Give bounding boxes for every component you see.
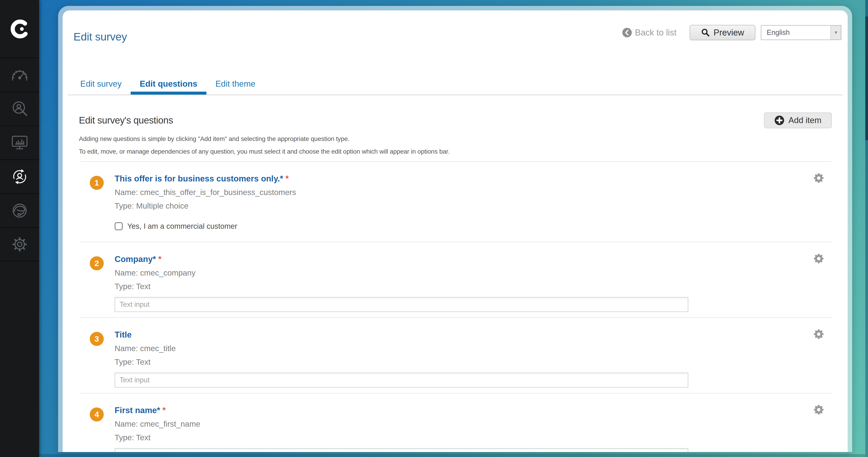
edit-survey-card: Edit survey Back to list	[63, 10, 848, 452]
required-asterisk: *	[158, 255, 161, 264]
question-title-text: This offer is for business customers onl…	[115, 174, 283, 183]
section-title: Edit survey's questions	[79, 115, 173, 126]
question-title: First name**	[115, 405, 832, 416]
magnifier-icon	[701, 28, 710, 37]
back-to-list-link[interactable]: Back to list	[622, 28, 677, 37]
question-number-badge: 3	[90, 332, 104, 346]
tab-edit-survey[interactable]: Edit survey	[71, 79, 131, 94]
required-asterisk: *	[162, 406, 166, 415]
section-head: Edit survey's questions Add item	[79, 112, 832, 128]
header-actions: Back to list Preview English ▼	[622, 25, 841, 40]
question-settings-gear-icon[interactable]	[813, 404, 824, 415]
question-number-badge: 2	[90, 256, 104, 270]
sidebar-item-respondents[interactable]	[0, 92, 39, 125]
monitor-chart-icon	[9, 132, 30, 153]
sidebar-item-surveys[interactable]	[0, 160, 39, 194]
question-type-line: Type: Text	[115, 357, 832, 367]
card-frame: Edit survey Back to list	[58, 6, 852, 452]
question-title: Title	[115, 330, 832, 340]
sidebar-item-reports[interactable]	[0, 125, 39, 160]
language-select-value: English	[761, 26, 831, 39]
sidebar-item-settings[interactable]	[0, 227, 39, 261]
headset-support-icon	[9, 200, 30, 221]
preview-label: Preview	[714, 28, 744, 37]
back-to-list-label: Back to list	[635, 28, 677, 37]
question-name-line: Name: cmec_company	[115, 268, 832, 278]
tab-edit-questions[interactable]: Edit questions	[131, 79, 206, 94]
sidebar	[0, 0, 39, 457]
question-number-badge: 1	[90, 176, 104, 190]
add-item-label: Add item	[788, 116, 822, 125]
description-line-1: Adding new questions is simple by clicki…	[79, 134, 832, 144]
scrollbar-thumb[interactable]	[865, 17, 868, 140]
question-row-1[interactable]: 1 This offer is for business customers o…	[79, 162, 832, 242]
user-sync-icon	[9, 166, 30, 187]
page-scrollbar[interactable]	[865, 0, 868, 457]
question-type-line: Type: Multiple choice	[115, 201, 832, 211]
question-number-badge: 4	[90, 407, 104, 422]
back-circle-icon	[622, 28, 632, 37]
question-settings-gear-icon[interactable]	[813, 253, 824, 264]
choice-label: Yes, I am a commercial customer	[127, 222, 237, 231]
choice-row: Yes, I am a commercial customer	[115, 222, 832, 231]
question-row-4[interactable]: 4 First name** Name: cmec_first_name Typ…	[79, 394, 832, 452]
language-select[interactable]: English ▼	[761, 25, 841, 40]
question-title-text: Company*	[115, 255, 156, 264]
add-item-button[interactable]: Add item	[764, 112, 832, 128]
gauge-dashboard-icon	[9, 64, 30, 85]
tab-bar: Edit survey Edit questions Edit theme	[68, 79, 843, 95]
main-area: Edit survey Back to list	[39, 0, 868, 457]
card-header: Edit survey Back to list	[63, 10, 848, 43]
plus-circle-icon	[774, 115, 784, 125]
description-line-2: To edit, move, or manage dependencies of…	[79, 146, 832, 157]
bottom-edge-shade	[39, 454, 865, 457]
text-input[interactable]	[115, 448, 688, 452]
question-type-line: Type: Text	[115, 433, 832, 442]
question-title: Company**	[115, 254, 832, 264]
question-name-line: Name: cmec_this_offer_is_for_business_cu…	[115, 188, 832, 197]
questions-panel: Edit survey's questions Add item Adding …	[63, 112, 848, 452]
text-input[interactable]	[115, 373, 688, 388]
question-title-text: Title	[115, 330, 131, 339]
question-title-text: First name*	[115, 406, 160, 415]
preview-button[interactable]: Preview	[690, 25, 755, 40]
user-search-icon	[9, 98, 30, 119]
question-settings-gear-icon[interactable]	[813, 173, 824, 183]
section-description: Adding new questions is simple by clicki…	[79, 134, 832, 157]
c-logo-icon	[8, 17, 31, 41]
app-logo[interactable]	[0, 0, 39, 58]
required-asterisk: *	[285, 174, 289, 183]
question-type-line: Type: Text	[115, 282, 832, 291]
question-settings-gear-icon[interactable]	[813, 329, 824, 340]
sidebar-item-dashboard[interactable]	[0, 58, 39, 92]
chevron-down-icon: ▼	[831, 26, 841, 39]
choice-checkbox[interactable]	[115, 222, 123, 230]
settings-gear-icon	[9, 234, 30, 255]
question-row-3[interactable]: 3 Title Name: cmec_title Type: Text	[79, 318, 832, 393]
tab-edit-theme[interactable]: Edit theme	[206, 79, 265, 94]
sidebar-item-support[interactable]	[0, 194, 39, 227]
text-input[interactable]	[115, 297, 688, 312]
question-row-2[interactable]: 2 Company** Name: cmec_company Type: Tex…	[79, 242, 832, 317]
question-name-line: Name: cmec_title	[115, 344, 832, 353]
question-title: This offer is for business customers onl…	[115, 174, 832, 184]
question-name-line: Name: cmec_first_name	[115, 419, 832, 429]
